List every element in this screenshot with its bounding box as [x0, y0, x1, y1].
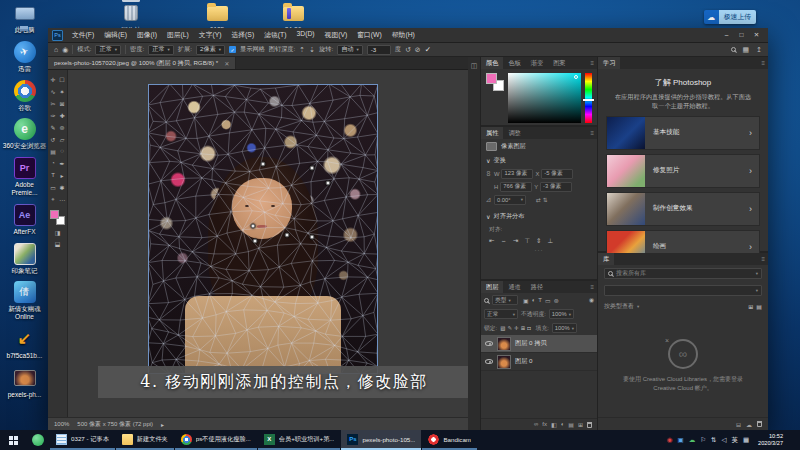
grid-view-icon[interactable]: ⊞	[748, 303, 753, 310]
view-by-type-label[interactable]: 按类型查看	[604, 302, 634, 311]
network-icon[interactable]: ⇅	[711, 436, 716, 444]
layer-style-icon[interactable]: fx	[542, 421, 547, 428]
cloud-icon[interactable]: ☁	[746, 421, 752, 428]
share-icon[interactable]: ↥	[756, 46, 762, 54]
collapse-icon[interactable]: ∨	[486, 213, 491, 220]
list-view-icon[interactable]: ▤	[756, 303, 762, 310]
filter-adjust-icon[interactable]: ◐	[532, 297, 536, 304]
marquee-tool-icon[interactable]: ☐	[58, 73, 67, 85]
warp-pin-4[interactable]	[309, 235, 314, 240]
edit-toolbar-icon[interactable]: ⋯	[58, 193, 67, 205]
color-swatch-widget[interactable]	[50, 210, 65, 225]
saturation-field[interactable]	[508, 73, 581, 123]
shape-tool-icon[interactable]: ▭	[49, 181, 58, 193]
warp-pin-1[interactable]	[309, 165, 314, 170]
rotate-angle-input[interactable]: -3	[367, 45, 391, 55]
puppet-warp-mesh[interactable]	[148, 84, 378, 374]
desktop-icon-browser-360[interactable]: e360安全浏览器	[2, 118, 48, 150]
pen-tool-icon[interactable]: ✒	[58, 157, 67, 169]
task-photoshop[interactable]: Pspexels-photo-105...	[341, 430, 421, 450]
quick-mask-icon[interactable]: ◨	[55, 229, 61, 236]
taskbar-360-icon[interactable]	[26, 430, 50, 450]
history-brush-tool-icon[interactable]: ↺	[49, 133, 58, 145]
y-field[interactable]: -3 像素	[540, 182, 572, 192]
path-select-tool-icon[interactable]: ▸	[58, 169, 67, 181]
menu-item-10[interactable]: 帮助(H)	[387, 30, 420, 40]
align-center-v-icon[interactable]: ⇕	[536, 237, 541, 245]
tab-swatches[interactable]: 色板	[503, 57, 525, 69]
tab-patterns[interactable]: 图案	[548, 57, 570, 69]
tab-layers[interactable]: 图层	[481, 281, 503, 293]
align-left-icon[interactable]: ⇤	[489, 237, 494, 245]
link-layers-icon[interactable]: ∞	[534, 421, 538, 428]
task-bandicam[interactable]: Bandicam	[422, 430, 477, 450]
mode-select[interactable]: 正常▾	[95, 45, 121, 55]
warp-pin-5[interactable]	[252, 239, 257, 244]
green-cloud-icon[interactable]: ☁	[689, 436, 696, 444]
desktop-icon-qiannv-online[interactable]: 倩新倩女幽魂 Online	[2, 281, 48, 321]
show-mesh-checkbox[interactable]: ✓	[229, 46, 236, 53]
flip-vertical-icon[interactable]: ⇅	[543, 197, 548, 203]
close-button[interactable]: ✕	[749, 31, 764, 39]
flip-horizontal-icon[interactable]: ⇄	[536, 197, 541, 203]
learn-card-0[interactable]: 基本技能›	[606, 116, 760, 150]
tab-adjustments[interactable]: 调整	[503, 127, 525, 139]
sync-icon[interactable]: ⊟	[736, 421, 741, 428]
filter-shape-icon[interactable]: ▭	[545, 297, 551, 304]
filter-smart-icon[interactable]: ⊚	[554, 297, 559, 304]
new-layer-icon[interactable]: ⊞	[578, 421, 583, 428]
menu-item-3[interactable]: 图层(L)	[162, 30, 194, 40]
foreground-color-swatch[interactable]	[50, 210, 59, 219]
rotate-select[interactable]: 自动▾	[337, 45, 363, 55]
height-field[interactable]: 766 像素	[500, 182, 532, 192]
cancel-warp-icon[interactable]: ⊘	[415, 46, 421, 54]
desktop-icon-xunlei[interactable]: ✈迅雷	[2, 41, 48, 73]
start-button[interactable]	[0, 430, 26, 450]
align-top-icon[interactable]: ⊤	[524, 237, 530, 245]
tab-learn[interactable]: 学习	[598, 57, 620, 69]
menu-item-2[interactable]: 图像(I)	[132, 30, 162, 40]
desktop-icon-shortcut-file[interactable]: ↙b7f5ca51b...	[2, 328, 48, 360]
taskbar-clock[interactable]: 10:52 2020/3/27	[754, 433, 787, 448]
layer-thumbnail[interactable]	[497, 355, 511, 369]
home-icon[interactable]: ⌂	[54, 46, 58, 53]
screen-mode-icon[interactable]: ⬓	[55, 240, 61, 247]
tab-gradients[interactable]: 渐变	[526, 57, 548, 69]
lock-move-icon[interactable]: ✛	[514, 325, 519, 331]
tab-color[interactable]: 颜色	[481, 57, 503, 69]
panel-color-swatches[interactable]	[486, 73, 504, 91]
align-right-icon[interactable]: ⇥	[513, 237, 518, 245]
pen-input-icon[interactable]: ⚐	[700, 436, 706, 444]
reset-pins-icon[interactable]: ↺	[405, 46, 411, 54]
task-notepad[interactable]: 0327 - 记事本	[50, 430, 115, 450]
color-picker-dot[interactable]	[574, 75, 578, 79]
menu-item-9[interactable]: 窗口(W)	[352, 30, 387, 40]
filter-pixel-icon[interactable]: ▣	[523, 297, 529, 304]
more-options[interactable]: ···	[481, 247, 597, 253]
desktop-icon-premiere[interactable]: PrAdobe Premie...	[2, 157, 48, 197]
healing-tool-icon[interactable]: ✚	[58, 109, 67, 121]
layer-name[interactable]: 图层 0	[515, 357, 533, 366]
opacity-select[interactable]: 100%▾	[549, 309, 574, 319]
upload-badge[interactable]: ☁ 极速上传	[704, 10, 756, 24]
layer-row-original[interactable]: 图层 0	[481, 353, 597, 371]
lock-paint-icon[interactable]: ✎	[507, 325, 512, 331]
desktop-icon-this-pc[interactable]: 此电脑	[2, 2, 48, 34]
task-chrome[interactable]: ps不使用液化瘦脸...	[175, 430, 257, 450]
menu-item-4[interactable]: 文字(Y)	[194, 30, 227, 40]
foreground-color[interactable]	[486, 73, 497, 84]
puppet-pin-icon[interactable]: ◉	[62, 46, 68, 54]
blue-app-icon[interactable]: ▣	[678, 436, 684, 444]
expand-select[interactable]: 2像素▾	[196, 45, 225, 55]
commit-warp-icon[interactable]: ✓	[425, 45, 431, 54]
layer-group-icon[interactable]: ▤	[568, 421, 574, 428]
layer-name[interactable]: 图层 0 拷贝	[515, 339, 547, 348]
warp-pin-3[interactable]	[251, 224, 256, 229]
desktop-icon-pexels-photo-file[interactable]: pexels-ph...	[2, 367, 48, 399]
menu-item-6[interactable]: 滤镜(T)	[259, 30, 291, 40]
collapse-icon[interactable]: ∨	[486, 157, 491, 164]
task-excel[interactable]: X会员+职业培训+第...	[258, 430, 341, 450]
tab-channels[interactable]: 通道	[503, 281, 525, 293]
align-bottom-icon[interactable]: ⊥	[548, 237, 554, 245]
gradient-tool-icon[interactable]: ▤	[49, 145, 58, 157]
